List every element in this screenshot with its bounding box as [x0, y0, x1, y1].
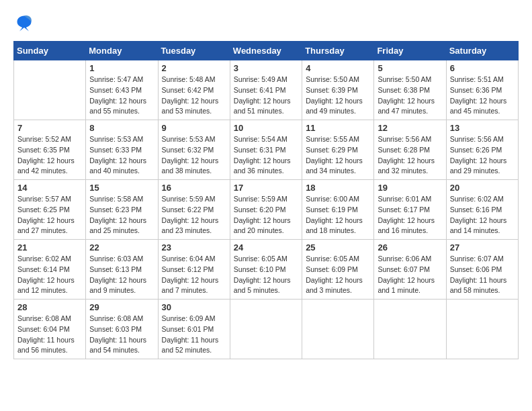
day-number: 1	[89, 63, 154, 73]
calendar-day-cell: 16Sunrise: 5:59 AMSunset: 6:22 PMDayligh…	[158, 180, 230, 240]
weekday-header-cell: Wednesday	[230, 42, 302, 60]
day-number: 10	[234, 123, 298, 133]
calendar-week-row: 28Sunrise: 6:08 AMSunset: 6:04 PMDayligh…	[14, 300, 519, 359]
day-info: Sunrise: 5:49 AMSunset: 6:41 PMDaylight:…	[234, 75, 298, 117]
calendar-day-cell: 22Sunrise: 6:03 AMSunset: 6:13 PMDayligh…	[86, 240, 158, 300]
day-number: 18	[306, 183, 370, 193]
day-info: Sunrise: 6:08 AMSunset: 6:04 PMDaylight:…	[17, 314, 82, 356]
day-info: Sunrise: 5:48 AMSunset: 6:42 PMDaylight:…	[162, 75, 226, 117]
day-info: Sunrise: 5:53 AMSunset: 6:33 PMDaylight:…	[89, 134, 154, 177]
calendar-day-cell	[446, 300, 518, 359]
day-number: 24	[234, 242, 298, 253]
calendar-day-cell: 14Sunrise: 5:57 AMSunset: 6:25 PMDayligh…	[14, 180, 86, 240]
day-info: Sunrise: 5:54 AMSunset: 6:31 PMDaylight:…	[234, 134, 298, 177]
weekday-header-cell: Saturday	[446, 42, 518, 60]
calendar-day-cell: 4Sunrise: 5:50 AMSunset: 6:39 PMDaylight…	[302, 60, 374, 120]
calendar-day-cell: 18Sunrise: 6:00 AMSunset: 6:19 PMDayligh…	[302, 180, 374, 240]
day-number: 9	[162, 123, 226, 133]
calendar-day-cell: 26Sunrise: 6:06 AMSunset: 6:07 PMDayligh…	[374, 240, 446, 300]
day-number: 11	[306, 123, 370, 133]
calendar-day-cell: 5Sunrise: 5:50 AMSunset: 6:38 PMDaylight…	[374, 60, 446, 120]
day-info: Sunrise: 5:51 AMSunset: 6:36 PMDaylight:…	[450, 75, 515, 117]
calendar-day-cell: 29Sunrise: 6:08 AMSunset: 6:03 PMDayligh…	[86, 300, 158, 359]
day-number: 15	[89, 183, 154, 193]
day-info: Sunrise: 5:59 AMSunset: 6:22 PMDaylight:…	[162, 194, 226, 236]
day-info: Sunrise: 5:50 AMSunset: 6:39 PMDaylight:…	[306, 75, 370, 117]
day-info: Sunrise: 5:58 AMSunset: 6:23 PMDaylight:…	[89, 194, 154, 236]
calendar-day-cell: 24Sunrise: 6:05 AMSunset: 6:10 PMDayligh…	[230, 240, 302, 300]
calendar-day-cell: 17Sunrise: 5:59 AMSunset: 6:20 PMDayligh…	[230, 180, 302, 240]
day-info: Sunrise: 6:08 AMSunset: 6:03 PMDaylight:…	[89, 314, 154, 356]
weekday-header-cell: Monday	[86, 42, 158, 60]
calendar-day-cell	[14, 60, 86, 120]
day-info: Sunrise: 5:47 AMSunset: 6:43 PMDaylight:…	[89, 75, 154, 117]
day-info: Sunrise: 6:07 AMSunset: 6:06 PMDaylight:…	[450, 254, 515, 296]
calendar-day-cell: 15Sunrise: 5:58 AMSunset: 6:23 PMDayligh…	[86, 180, 158, 240]
calendar-day-cell: 28Sunrise: 6:08 AMSunset: 6:04 PMDayligh…	[14, 300, 86, 359]
calendar-day-cell: 23Sunrise: 6:04 AMSunset: 6:12 PMDayligh…	[158, 240, 230, 300]
day-number: 19	[378, 183, 442, 193]
day-number: 4	[306, 63, 370, 73]
calendar-week-row: 1Sunrise: 5:47 AMSunset: 6:43 PMDaylight…	[14, 60, 519, 120]
logo	[13, 13, 34, 36]
day-number: 2	[162, 63, 226, 73]
day-info: Sunrise: 5:56 AMSunset: 6:26 PMDaylight:…	[450, 134, 515, 177]
weekday-header-row: SundayMondayTuesdayWednesdayThursdayFrid…	[14, 42, 519, 60]
calendar-day-cell: 9Sunrise: 5:53 AMSunset: 6:32 PMDaylight…	[158, 120, 230, 180]
calendar-day-cell: 27Sunrise: 6:07 AMSunset: 6:06 PMDayligh…	[446, 240, 518, 300]
calendar-day-cell: 19Sunrise: 6:01 AMSunset: 6:17 PMDayligh…	[374, 180, 446, 240]
calendar-day-cell: 30Sunrise: 6:09 AMSunset: 6:01 PMDayligh…	[158, 300, 230, 359]
day-number: 27	[450, 242, 515, 253]
calendar-day-cell	[302, 300, 374, 359]
day-number: 21	[17, 242, 82, 253]
day-number: 3	[234, 63, 298, 73]
day-info: Sunrise: 6:05 AMSunset: 6:10 PMDaylight:…	[234, 254, 298, 296]
day-number: 12	[378, 123, 442, 133]
calendar-day-cell	[374, 300, 446, 359]
day-number: 29	[89, 302, 154, 312]
day-number: 30	[162, 302, 226, 312]
calendar-day-cell: 21Sunrise: 6:02 AMSunset: 6:14 PMDayligh…	[14, 240, 86, 300]
day-number: 5	[378, 63, 442, 73]
weekday-header-cell: Tuesday	[158, 42, 230, 60]
day-info: Sunrise: 6:02 AMSunset: 6:14 PMDaylight:…	[17, 254, 82, 296]
day-number: 13	[450, 123, 515, 133]
calendar-day-cell	[230, 300, 302, 359]
calendar-day-cell: 11Sunrise: 5:55 AMSunset: 6:29 PMDayligh…	[302, 120, 374, 180]
day-info: Sunrise: 5:53 AMSunset: 6:32 PMDaylight:…	[162, 134, 226, 177]
day-number: 20	[450, 183, 515, 193]
day-number: 23	[162, 242, 226, 253]
weekday-header-cell: Friday	[374, 42, 446, 60]
day-number: 8	[89, 123, 154, 133]
calendar-week-row: 21Sunrise: 6:02 AMSunset: 6:14 PMDayligh…	[14, 240, 519, 300]
day-info: Sunrise: 6:09 AMSunset: 6:01 PMDaylight:…	[162, 314, 226, 356]
logo-bird-icon	[15, 13, 34, 32]
day-number: 17	[234, 183, 298, 193]
day-number: 14	[17, 183, 82, 193]
day-info: Sunrise: 5:57 AMSunset: 6:25 PMDaylight:…	[17, 194, 82, 236]
day-info: Sunrise: 6:02 AMSunset: 6:16 PMDaylight:…	[450, 194, 515, 236]
calendar-day-cell: 20Sunrise: 6:02 AMSunset: 6:16 PMDayligh…	[446, 180, 518, 240]
day-info: Sunrise: 5:50 AMSunset: 6:38 PMDaylight:…	[378, 75, 442, 117]
calendar-day-cell: 6Sunrise: 5:51 AMSunset: 6:36 PMDaylight…	[446, 60, 518, 120]
day-number: 7	[17, 123, 82, 133]
weekday-header-cell: Thursday	[302, 42, 374, 60]
day-info: Sunrise: 6:00 AMSunset: 6:19 PMDaylight:…	[306, 194, 370, 236]
calendar-body: 1Sunrise: 5:47 AMSunset: 6:43 PMDaylight…	[14, 60, 519, 359]
weekday-header-cell: Sunday	[14, 42, 86, 60]
calendar-week-row: 14Sunrise: 5:57 AMSunset: 6:25 PMDayligh…	[14, 180, 519, 240]
day-info: Sunrise: 5:55 AMSunset: 6:29 PMDaylight:…	[306, 134, 370, 177]
calendar-day-cell: 10Sunrise: 5:54 AMSunset: 6:31 PMDayligh…	[230, 120, 302, 180]
day-info: Sunrise: 6:06 AMSunset: 6:07 PMDaylight:…	[378, 254, 442, 296]
calendar-day-cell: 8Sunrise: 5:53 AMSunset: 6:33 PMDaylight…	[86, 120, 158, 180]
calendar-day-cell: 25Sunrise: 6:05 AMSunset: 6:09 PMDayligh…	[302, 240, 374, 300]
day-info: Sunrise: 6:03 AMSunset: 6:13 PMDaylight:…	[89, 254, 154, 296]
day-info: Sunrise: 6:05 AMSunset: 6:09 PMDaylight:…	[306, 254, 370, 296]
page-header	[13, 13, 519, 36]
day-info: Sunrise: 6:01 AMSunset: 6:17 PMDaylight:…	[378, 194, 442, 236]
day-number: 25	[306, 242, 370, 253]
day-info: Sunrise: 5:52 AMSunset: 6:35 PMDaylight:…	[17, 134, 82, 177]
day-info: Sunrise: 6:04 AMSunset: 6:12 PMDaylight:…	[162, 254, 226, 296]
day-number: 16	[162, 183, 226, 193]
day-number: 6	[450, 63, 515, 73]
